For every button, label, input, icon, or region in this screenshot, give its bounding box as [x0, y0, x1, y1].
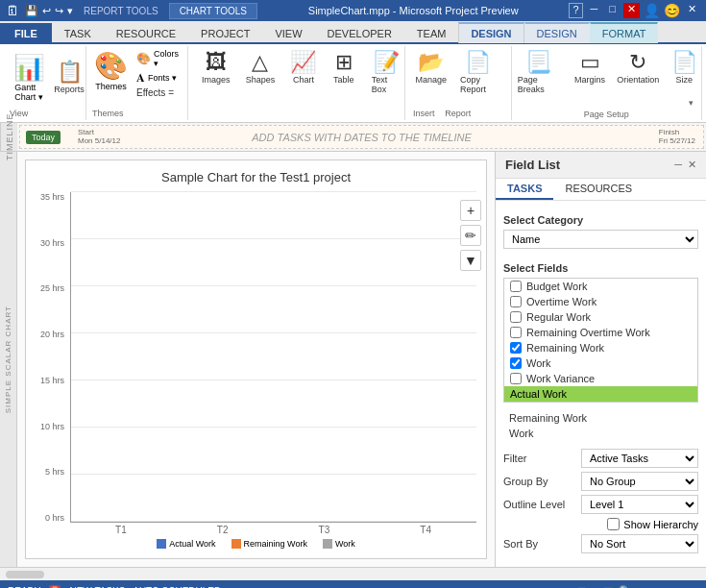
field-checkbox[interactable]	[510, 373, 522, 384]
selected-field-item[interactable]: Remaining Work	[503, 410, 698, 426]
chart-icon: 📈	[290, 52, 316, 73]
chart-tools-tab[interactable]: CHART TOOLS	[169, 3, 257, 19]
tab-team[interactable]: TEAM	[404, 23, 459, 43]
fonts-button[interactable]: 𝐀 Fonts ▾	[134, 70, 182, 86]
undo-icon[interactable]: ↩	[42, 5, 51, 17]
gantt-chart-button[interactable]: 📊 GanttChart ▾	[10, 51, 48, 104]
group-by-select[interactable]: No Group	[581, 472, 698, 491]
field-item[interactable]: Work Variance	[504, 371, 697, 386]
gantt-icon: 📊	[13, 53, 44, 83]
field-item-highlighted[interactable]: Actual Work	[504, 386, 697, 402]
timeline-row: TIMELINE Today Start Mon 5/14/12 ADD TAS…	[0, 123, 706, 152]
field-item[interactable]: Overtime Work	[504, 294, 697, 309]
panel-pin-button[interactable]: ─	[674, 159, 682, 171]
close-app-btn[interactable]: ✕	[684, 3, 700, 18]
report-tools-tab[interactable]: REPORT TOOLS	[73, 3, 169, 19]
themes-label: Themes	[95, 82, 127, 91]
field-checkbox[interactable]	[510, 357, 522, 369]
panel-close-button[interactable]: ✕	[688, 159, 696, 171]
outline-level-label: Outline Level	[503, 499, 575, 510]
legend-remaining-work: Remaining Work	[231, 539, 307, 549]
field-item[interactable]: Remaining Overtime Work	[504, 325, 697, 340]
chart-button[interactable]: 📈 Chart	[284, 48, 322, 98]
fonts-icon: 𝐀	[136, 71, 145, 85]
effects-button[interactable]: Effects =	[134, 86, 182, 99]
size-button[interactable]: 📄 Size	[667, 48, 702, 88]
tab-developer[interactable]: DEVELOPER	[315, 23, 404, 43]
field-checkbox[interactable]	[510, 311, 522, 323]
minimize-btn[interactable]: ─	[587, 3, 602, 18]
copy-report-button[interactable]: 📄 Copy Report	[453, 48, 503, 98]
page-setup-expand[interactable]: ▾	[689, 98, 694, 108]
scrollbar-thumb[interactable]	[6, 571, 44, 578]
redo-icon[interactable]: ↪	[55, 5, 63, 17]
field-checkbox[interactable]	[510, 327, 522, 338]
field-item[interactable]: Budget Work	[504, 279, 697, 294]
field-item[interactable]: Work	[504, 355, 697, 371]
tab-format[interactable]: FORMAT	[590, 22, 659, 43]
restore-btn[interactable]: □	[605, 3, 620, 18]
field-item[interactable]: Remaining Work	[504, 340, 697, 355]
colors-label: Colors ▾	[154, 49, 179, 68]
tab-resource[interactable]: RESOURCE	[104, 23, 188, 43]
tab-task[interactable]: TASK	[52, 23, 104, 43]
tab-project[interactable]: PROJECT	[188, 23, 262, 43]
horizontal-scrollbar[interactable]	[0, 567, 706, 580]
y-axis: 35 hrs30 hrs25 hrs20 hrs15 hrs10 hrs5 hr…	[36, 192, 70, 523]
filter-select[interactable]: Active Tasks	[581, 449, 698, 468]
timeline-finish: Finish Fri 5/27/12	[659, 128, 695, 145]
tab-file[interactable]: FILE	[0, 23, 52, 43]
status-icon-4[interactable]: 🔍	[619, 585, 632, 589]
tab-design[interactable]: DESIGN	[458, 22, 523, 43]
today-button[interactable]: Today	[26, 131, 61, 144]
chart-filter-button[interactable]: ▼	[460, 250, 481, 271]
margins-button[interactable]: ▭ Margins	[570, 48, 609, 88]
show-hierarchy-label: Show Hierarchy	[623, 519, 698, 530]
help-btn[interactable]: ?	[569, 3, 582, 18]
tab-view[interactable]: VIEW	[262, 23, 314, 43]
x-label: T1	[70, 525, 172, 535]
orientation-button[interactable]: ↻ Orientation	[614, 48, 663, 88]
colors-button[interactable]: 🎨 Colors ▾	[134, 48, 182, 69]
reports-label: Reports	[54, 85, 85, 94]
page-breaks-button[interactable]: 📃 Page Breaks	[511, 48, 567, 98]
margins-label: Margins	[574, 75, 605, 85]
app-title: SimpleChart.mpp - Microsoft Project Prev…	[257, 5, 569, 16]
status-icon-3[interactable]: ▦	[603, 585, 613, 589]
tab-tasks[interactable]: TASKS	[496, 179, 553, 200]
status-icon-1[interactable]: ⊞	[577, 585, 586, 589]
reports-button[interactable]: 📋 Reports	[52, 58, 86, 98]
field-checkbox[interactable]	[510, 281, 522, 292]
legend-actual-work: Actual Work	[157, 539, 215, 549]
legend-label-remaining: Remaining Work	[244, 539, 307, 549]
themes-button[interactable]: 🎨 Themes	[92, 48, 130, 99]
images-button[interactable]: 🖼 Images	[196, 48, 236, 98]
field-name: Remaining Overtime Work	[526, 327, 650, 338]
save-icon[interactable]: 💾	[25, 5, 38, 17]
status-bar: READY 📅 NEW TASKS : AUTO SCHEDULED ⊞ ≡ ▦…	[0, 580, 706, 588]
manage-button[interactable]: 📂 Manage	[413, 48, 450, 88]
field-checkbox[interactable]	[510, 342, 522, 354]
selected-field-item[interactable]: Work	[503, 426, 698, 441]
chart-add-button[interactable]: +	[460, 200, 481, 221]
chart-plot	[70, 192, 476, 523]
field-checkbox[interactable]	[510, 296, 522, 307]
x-label: T2	[172, 525, 274, 535]
tab-resources[interactable]: RESOURCES	[553, 179, 644, 200]
tab-design-report[interactable]: DESIGN	[524, 22, 590, 43]
show-hierarchy-checkbox[interactable]	[607, 518, 620, 530]
textbox-button[interactable]: 📝 Text Box	[365, 48, 409, 98]
shapes-button[interactable]: △ Shapes	[240, 48, 281, 98]
page-setup-group-label: Page Setup	[584, 108, 629, 119]
field-name: Overtime Work	[526, 296, 596, 307]
sort-by-select[interactable]: No Sort	[581, 534, 698, 553]
outline-level-select[interactable]: Level 1	[581, 495, 698, 514]
table-button[interactable]: ⊞ Table	[327, 48, 361, 98]
category-select[interactable]: Name	[503, 230, 698, 249]
left-sidebar-label: SIMPLE SCALAR CHART	[4, 306, 12, 413]
report-group: 📂 Manage 📄 Copy Report Report	[405, 46, 512, 120]
close-btn[interactable]: ✕	[623, 3, 640, 18]
field-item[interactable]: Regular Work	[504, 309, 697, 325]
chart-edit-button[interactable]: ✏	[460, 225, 481, 246]
chart-container: Sample Chart for the Test1 project 35 hr…	[25, 159, 487, 559]
